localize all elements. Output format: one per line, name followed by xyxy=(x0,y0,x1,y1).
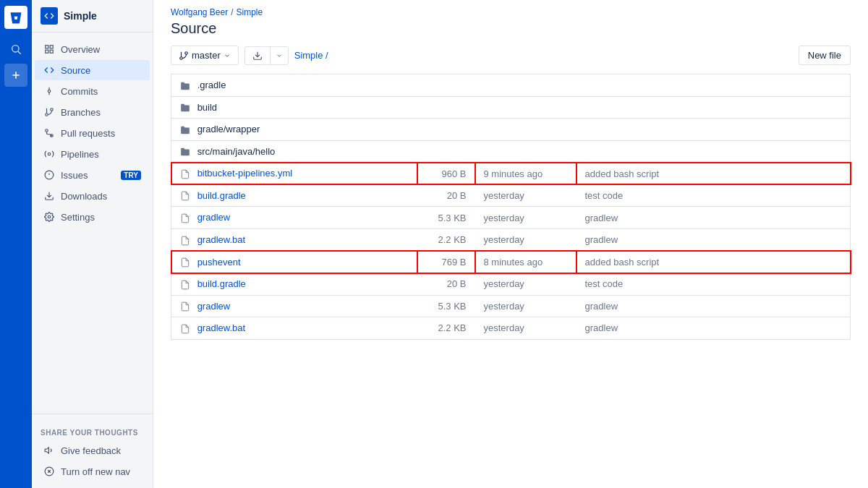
commits-icon xyxy=(43,85,55,97)
table-row: gradlew.bat 2.2 KB yesterday gradlew xyxy=(171,317,851,340)
svg-marker-22 xyxy=(45,448,48,453)
sidebar-item-label: Overview xyxy=(61,44,100,55)
file-icon xyxy=(180,191,190,201)
main-content: Wolfgang Beer / Simple Source master Sim… xyxy=(153,0,868,488)
source-icon xyxy=(43,64,55,76)
breadcrumb-repo[interactable]: Simple xyxy=(237,7,263,17)
file-link[interactable]: bitbucket-pipelines.yml xyxy=(197,168,293,179)
file-link[interactable]: build.gradle xyxy=(197,190,246,201)
file-icon xyxy=(180,236,190,246)
sidebar-item-commits[interactable]: Commits xyxy=(35,81,150,101)
add-icon-btn[interactable] xyxy=(4,64,27,87)
branches-icon xyxy=(43,106,55,118)
sidebar-item-label: Pipelines xyxy=(61,149,99,160)
download-button[interactable] xyxy=(244,46,289,65)
file-time: yesterday xyxy=(475,295,576,317)
sidebar-item-label: Branches xyxy=(61,107,101,118)
path-breadcrumb: Simple / xyxy=(294,50,328,61)
sidebar-item-branches[interactable]: Branches xyxy=(35,102,150,122)
file-size: 769 B xyxy=(417,251,475,273)
svg-point-28 xyxy=(180,56,183,59)
share-thoughts-label: SHARE YOUR THOUGHTS xyxy=(32,420,153,440)
branch-selector[interactable]: master xyxy=(171,46,239,65)
new-file-button[interactable]: New file xyxy=(799,46,851,65)
sidebar-item-give-feedback[interactable]: Give feedback xyxy=(35,440,150,461)
breadcrumb-separator: / xyxy=(231,7,233,17)
table-row: gradlew 5.3 KB yesterday gradlew xyxy=(171,295,851,317)
sidebar-item-turn-off-new-nav[interactable]: Turn off new nav xyxy=(35,461,150,481)
svg-rect-7 xyxy=(46,50,48,53)
overview-icon xyxy=(43,43,55,55)
file-link[interactable]: build.gradle xyxy=(197,278,246,289)
branch-label: master xyxy=(192,50,221,61)
svg-rect-5 xyxy=(50,46,53,48)
table-row: gradlew.bat 2.2 KB yesterday gradlew xyxy=(171,228,851,251)
file-table: .gradle build gradle/wrapper src/main/ja… xyxy=(171,74,851,340)
file-commit: gradlew xyxy=(576,228,851,251)
file-link[interactable]: gradlew.bat xyxy=(197,322,246,333)
file-commit: added bash script xyxy=(576,251,851,273)
project-icon xyxy=(41,7,58,25)
issues-icon xyxy=(43,169,55,181)
table-row: .gradle xyxy=(171,74,851,97)
content-area: master Simple / New file .gradle xyxy=(153,46,868,488)
sidebar-item-label: Source xyxy=(61,65,90,76)
sidebar-project-header: Simple xyxy=(32,0,153,33)
file-time xyxy=(475,140,576,163)
folder-link[interactable]: .gradle xyxy=(197,80,226,90)
file-size: 20 B xyxy=(417,273,475,296)
download-arrow[interactable] xyxy=(271,48,288,63)
file-time xyxy=(475,119,576,141)
table-row: build.gradle 20 B yesterday test code xyxy=(171,273,851,296)
file-link[interactable]: gradlew xyxy=(197,301,231,312)
file-commit: test code xyxy=(576,273,851,296)
file-icon xyxy=(180,169,190,179)
download-main[interactable] xyxy=(245,47,271,64)
sidebar-item-label: Pull requests xyxy=(61,128,115,139)
file-time: yesterday xyxy=(475,228,576,251)
sidebar-item-label: Downloads xyxy=(61,191,107,202)
svg-line-1 xyxy=(18,51,21,54)
file-commit xyxy=(576,96,851,119)
folder-link[interactable]: build xyxy=(197,102,217,113)
table-row: gradlew 5.3 KB yesterday gradlew xyxy=(171,207,851,229)
file-link[interactable]: gradlew xyxy=(197,212,231,223)
file-commit: gradlew xyxy=(576,207,851,229)
folder-icon xyxy=(180,103,190,113)
file-commit: gradlew xyxy=(576,317,851,340)
file-time xyxy=(475,74,576,97)
table-row: build.gradle 20 B yesterday test code xyxy=(171,184,851,207)
folder-link[interactable]: src/main/java/hello xyxy=(197,146,276,157)
project-name: Simple xyxy=(64,10,97,22)
file-size: 5.3 KB xyxy=(417,207,475,229)
sidebar-item-downloads[interactable]: Downloads xyxy=(35,186,150,206)
file-icon xyxy=(180,280,190,290)
file-time: yesterday xyxy=(475,184,576,207)
chevron-down-icon xyxy=(224,52,231,59)
table-row: src/main/java/hello xyxy=(171,140,851,163)
folder-icon xyxy=(180,81,190,91)
page-title: Source xyxy=(153,17,868,46)
file-link[interactable]: gradlew.bat xyxy=(197,234,246,245)
sidebar-item-overview[interactable]: Overview xyxy=(35,39,150,59)
file-commit xyxy=(576,74,851,97)
sidebar-item-settings[interactable]: Settings xyxy=(35,207,150,227)
sidebar-item-pipelines[interactable]: Pipelines xyxy=(35,144,150,164)
sidebar-item-issues[interactable]: Issues TRY xyxy=(35,165,150,185)
folder-link[interactable]: gradle/wrapper xyxy=(197,124,260,134)
file-time: yesterday xyxy=(475,317,576,340)
breadcrumb-user[interactable]: Wolfgang Beer xyxy=(171,7,228,17)
sidebar-item-label: Turn off new nav xyxy=(61,466,130,477)
file-link[interactable]: pushevent xyxy=(197,257,241,267)
pull-requests-icon xyxy=(43,127,55,139)
sidebar-item-pull-requests[interactable]: Pull requests xyxy=(35,123,150,143)
close-circle-icon xyxy=(43,466,55,477)
file-size xyxy=(417,140,475,163)
table-row: pushevent 769 B 8 minutes ago added bash… xyxy=(171,251,851,273)
megaphone-icon xyxy=(43,445,55,456)
sidebar-item-source[interactable]: Source xyxy=(35,60,150,80)
sidebar-item-label: Give feedback xyxy=(61,445,121,456)
file-time: 9 minutes ago xyxy=(475,163,576,185)
search-icon-btn[interactable] xyxy=(4,38,27,61)
file-icon xyxy=(180,324,190,334)
